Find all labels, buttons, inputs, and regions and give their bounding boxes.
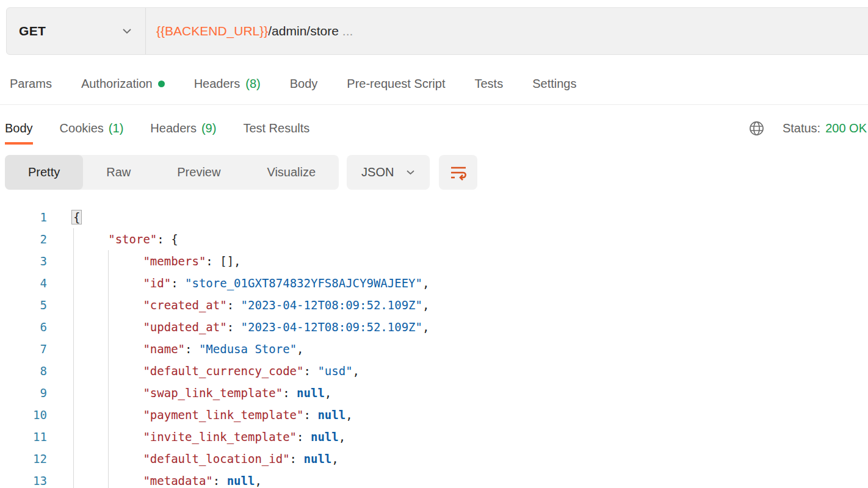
code-line: 2 "store": { — [0, 228, 868, 250]
request-tab-params[interactable]: Params — [10, 77, 52, 91]
url-variable: {{BACKEND_URL}} — [156, 24, 268, 38]
format-select[interactable]: JSON — [347, 155, 430, 190]
line-number: 10 — [0, 404, 47, 426]
response-view-toolbar: PrettyRawPreviewVisualize JSON — [5, 155, 477, 190]
tab-label: Params — [10, 77, 52, 91]
response-tab-test-results[interactable]: Test Results — [243, 112, 309, 145]
method-label: GET — [19, 24, 46, 38]
code-line: 11 "invite_link_template": null, — [0, 426, 868, 448]
line-number: 12 — [0, 448, 47, 470]
request-tab-headers[interactable]: Headers(8) — [194, 77, 261, 91]
line-content: "payment_link_template": null, — [47, 404, 353, 426]
code-line: 9 "swap_link_template": null, — [0, 382, 868, 404]
code-line: 6 "updated_at": "2023-04-12T08:09:52.109… — [0, 316, 868, 338]
tab-label: Cookies — [60, 121, 104, 135]
view-tab-preview[interactable]: Preview — [154, 155, 244, 190]
line-content: "created_at": "2023-04-12T08:09:52.109Z"… — [47, 294, 429, 316]
format-selected: JSON — [361, 165, 394, 179]
url-path: /admin/store — [268, 24, 339, 38]
tab-count-badge: (8) — [245, 77, 260, 91]
code-line: 7 "name": "Medusa Store", — [0, 338, 868, 360]
line-number: 4 — [0, 272, 47, 294]
status-text: Status: 200 OK — [783, 121, 867, 135]
tab-label: Pre-request Script — [347, 77, 445, 91]
tab-label: Settings — [532, 77, 576, 91]
response-tab-cookies[interactable]: Cookies(1) — [60, 112, 124, 145]
code-line: 1{ — [0, 206, 868, 228]
line-content: "updated_at": "2023-04-12T08:09:52.109Z"… — [47, 316, 429, 338]
request-tab-body[interactable]: Body — [290, 77, 318, 91]
response-tab-headers[interactable]: Headers(9) — [150, 112, 216, 145]
chevron-down-icon — [122, 28, 132, 34]
tab-label: Headers — [194, 77, 241, 91]
line-number: 1 — [0, 206, 47, 228]
request-tab-settings[interactable]: Settings — [532, 77, 576, 91]
line-number: 9 — [0, 382, 47, 404]
line-number: 8 — [0, 360, 47, 382]
line-number: 5 — [0, 294, 47, 316]
line-number: 11 — [0, 426, 47, 448]
indent-guide — [108, 250, 109, 488]
tab-label: Tests — [474, 77, 503, 91]
response-status: Status: 200 OK — [748, 112, 868, 145]
view-tab-visualize[interactable]: Visualize — [244, 155, 339, 190]
indent-guide — [73, 228, 74, 488]
method-select[interactable]: GET — [7, 8, 146, 54]
line-number: 13 — [0, 470, 47, 488]
line-content: "metadata": null, — [47, 470, 262, 488]
wrap-line-button[interactable] — [439, 155, 477, 190]
tab-label: Authorization — [81, 77, 153, 91]
globe-icon[interactable] — [748, 120, 765, 137]
tab-label: Test Results — [243, 121, 309, 135]
line-content: "invite_link_template": null, — [47, 426, 345, 448]
matched-bracket: { — [71, 210, 82, 224]
tab-count-badge: (1) — [109, 121, 123, 135]
tab-count-badge: (9) — [201, 121, 216, 135]
chevron-down-icon — [406, 170, 415, 175]
line-content: { — [47, 206, 80, 228]
code-line: 3 "members": [], — [0, 250, 868, 272]
tab-label: Body — [290, 77, 318, 91]
tab-label: Headers — [150, 121, 197, 135]
auth-configured-dot-icon — [158, 81, 165, 87]
request-tab-tests[interactable]: Tests — [474, 77, 503, 91]
code-line: 4 "id": "store_01GXT874832YFS8AJCY9WAJEE… — [0, 272, 868, 294]
tab-label: Body — [5, 121, 33, 135]
line-number: 6 — [0, 316, 47, 338]
line-content: "store": { — [47, 228, 178, 250]
line-content: "id": "store_01GXT874832YFS8AJCY9WAJEEY"… — [47, 272, 429, 294]
url-truncation: ... — [342, 24, 353, 38]
line-content: "members": [], — [47, 250, 241, 272]
response-tabs: BodyCookies(1)Headers(9)Test Results — [0, 112, 309, 145]
line-content: "default_location_id": null, — [47, 448, 339, 470]
request-tab-pre-request-script[interactable]: Pre-request Script — [347, 77, 445, 91]
view-tab-pretty[interactable]: Pretty — [5, 155, 83, 190]
request-tab-authorization[interactable]: Authorization — [81, 77, 165, 91]
line-content: "name": "Medusa Store", — [47, 338, 304, 360]
code-line: 10 "payment_link_template": null, — [0, 404, 868, 426]
status-label: Status: — [783, 121, 820, 135]
line-number: 7 — [0, 338, 47, 360]
status-value: 200 OK — [825, 121, 867, 135]
line-content: "default_currency_code": "usd", — [47, 360, 360, 382]
code-line: 8 "default_currency_code": "usd", — [0, 360, 868, 382]
response-body-editor[interactable]: 1{2 "store": {3 "members": [],4 "id": "s… — [0, 206, 868, 488]
request-tabs: ParamsAuthorizationHeaders(8)BodyPre-req… — [0, 63, 868, 105]
view-mode-segments: PrettyRawPreviewVisualize — [5, 155, 339, 190]
url-input[interactable]: {{BACKEND_URL}}/admin/store... — [146, 8, 353, 54]
response-header: BodyCookies(1)Headers(9)Test Results Sta… — [0, 112, 868, 145]
line-number: 2 — [0, 228, 47, 250]
request-url-bar: GET {{BACKEND_URL}}/admin/store... — [6, 7, 868, 55]
response-tab-body[interactable]: Body — [5, 112, 33, 145]
code-line: 13 "metadata": null, — [0, 470, 868, 488]
code-lines: 1{2 "store": {3 "members": [],4 "id": "s… — [0, 206, 868, 488]
line-content: "swap_link_template": null, — [47, 382, 331, 404]
wrap-line-icon — [449, 163, 468, 182]
view-tab-raw[interactable]: Raw — [83, 155, 154, 190]
code-line: 12 "default_location_id": null, — [0, 448, 868, 470]
code-line: 5 "created_at": "2023-04-12T08:09:52.109… — [0, 294, 868, 316]
line-number: 3 — [0, 250, 47, 272]
